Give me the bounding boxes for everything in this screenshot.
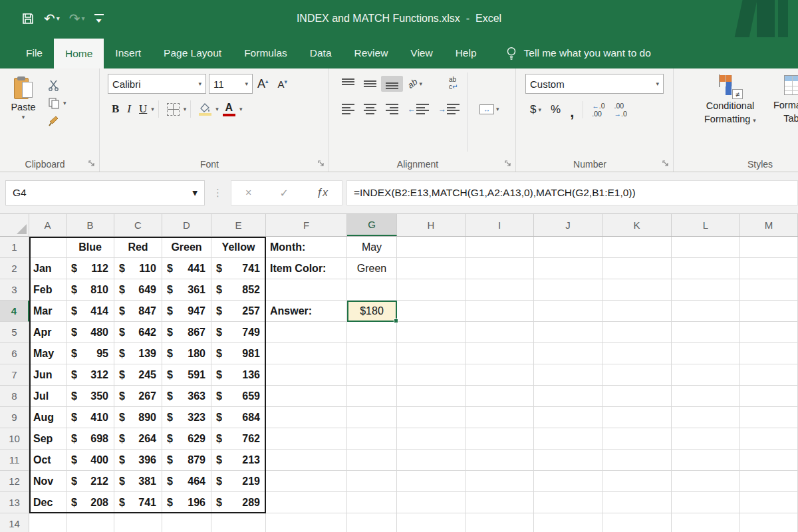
cell-F5[interactable] (266, 322, 347, 343)
paste-dropdown[interactable]: ▾ (22, 114, 25, 120)
cell-J4[interactable] (534, 301, 602, 322)
cell-C5[interactable]: $642 (114, 322, 162, 343)
cell-K7[interactable] (602, 364, 672, 386)
cell-G14[interactable] (347, 513, 397, 532)
borders-button[interactable] (163, 103, 184, 116)
accounting-format-button[interactable]: $▾ (525, 103, 546, 116)
cell-G13[interactable] (347, 492, 397, 513)
cell-J9[interactable] (534, 407, 602, 428)
column-header-I[interactable]: I (466, 214, 534, 236)
cell-D11[interactable]: $879 (162, 450, 211, 471)
cell-L4[interactable] (672, 301, 740, 322)
cell-G5[interactable] (347, 322, 397, 343)
enter-button[interactable]: ✓ (280, 187, 289, 200)
cell-J6[interactable] (534, 343, 602, 364)
cell-C13[interactable]: $741 (114, 492, 162, 513)
tab-home[interactable]: Home (54, 39, 104, 68)
name-box-dropdown[interactable]: ▾ (192, 187, 198, 199)
cell-E5[interactable]: $749 (211, 322, 266, 343)
cell-L12[interactable] (672, 471, 740, 492)
cell-C8[interactable]: $267 (114, 386, 162, 407)
cell-L10[interactable] (672, 428, 740, 450)
cell-K13[interactable] (602, 492, 672, 513)
format-as-table-button[interactable]: Format asTable (773, 74, 798, 154)
cell-M3[interactable] (740, 279, 798, 301)
paste-button[interactable]: Paste ▾ (4, 74, 43, 154)
cell-A14[interactable] (29, 513, 66, 532)
cell-H10[interactable] (397, 428, 466, 450)
tell-me-box[interactable]: Tell me what you want to do (488, 37, 651, 68)
cell-D14[interactable] (162, 513, 211, 532)
cell-F2[interactable]: Item Color: (266, 258, 347, 279)
select-all-corner[interactable] (0, 214, 29, 236)
number-dialog-launcher[interactable] (662, 160, 670, 168)
row-header-1[interactable]: 1 (0, 237, 29, 258)
tab-data[interactable]: Data (299, 37, 343, 68)
cell-L8[interactable] (672, 386, 740, 407)
conditional-formatting-button[interactable]: ≠ ConditionalFormatting ▾ (704, 74, 756, 154)
row-header-2[interactable]: 2 (0, 258, 29, 279)
cell-F1[interactable]: Month: (266, 237, 347, 258)
column-header-K[interactable]: K (602, 214, 672, 236)
column-header-F[interactable]: F (266, 214, 347, 236)
cell-C9[interactable]: $890 (114, 407, 162, 428)
cell-K8[interactable] (602, 386, 672, 407)
cell-L3[interactable] (672, 279, 740, 301)
underline-button[interactable]: U (135, 102, 151, 116)
cell-K12[interactable] (602, 471, 672, 492)
cell-F4[interactable]: Answer: (266, 301, 347, 322)
cell-F6[interactable] (266, 343, 347, 364)
row-header-13[interactable]: 13 (0, 492, 29, 513)
cell-A9[interactable]: Aug (29, 407, 66, 428)
cell-M10[interactable] (740, 428, 798, 450)
increase-font-size-button[interactable]: A▴ (253, 77, 273, 91)
cell-K10[interactable] (602, 428, 672, 450)
cut-button[interactable] (48, 79, 66, 91)
row-header-11[interactable]: 11 (0, 450, 29, 471)
cell-H13[interactable] (397, 492, 466, 513)
cell-C4[interactable]: $847 (114, 301, 162, 322)
cell-G3[interactable] (347, 279, 397, 301)
cell-A4[interactable]: Mar (29, 301, 66, 322)
row-header-3[interactable]: 3 (0, 279, 29, 301)
cell-M7[interactable] (740, 364, 798, 386)
cell-E13[interactable]: $289 (211, 492, 266, 513)
cell-H14[interactable] (397, 513, 466, 532)
cell-I1[interactable] (466, 237, 534, 258)
font-size-select[interactable]: 11▾ (209, 74, 253, 94)
cell-K9[interactable] (602, 407, 672, 428)
cell-D12[interactable]: $464 (162, 471, 211, 492)
column-header-A[interactable]: A (29, 214, 66, 236)
cell-L2[interactable] (672, 258, 740, 279)
cell-E11[interactable]: $213 (211, 450, 266, 471)
cell-M9[interactable] (740, 407, 798, 428)
cell-A1[interactable] (29, 237, 66, 258)
row-header-9[interactable]: 9 (0, 407, 29, 428)
cell-C12[interactable]: $381 (114, 471, 162, 492)
cell-F10[interactable] (266, 428, 347, 450)
cell-D3[interactable]: $361 (162, 279, 211, 301)
cell-K11[interactable] (602, 450, 672, 471)
cell-J12[interactable] (534, 471, 602, 492)
cell-M1[interactable] (740, 237, 798, 258)
cell-K3[interactable] (602, 279, 672, 301)
column-header-H[interactable]: H (397, 214, 466, 236)
cell-D2[interactable]: $441 (162, 258, 211, 279)
fill-color-button[interactable] (195, 103, 215, 116)
cell-C7[interactable]: $245 (114, 364, 162, 386)
cell-H5[interactable] (397, 322, 466, 343)
font-name-select[interactable]: Calibri▾ (108, 74, 206, 94)
cell-B6[interactable]: $95 (66, 343, 114, 364)
cell-L1[interactable] (672, 237, 740, 258)
cell-A13[interactable]: Dec (29, 492, 66, 513)
cell-C1[interactable]: Red (114, 237, 162, 258)
tab-review[interactable]: Review (343, 37, 400, 68)
orientation-button[interactable]: ab▾ (403, 76, 427, 91)
cell-J8[interactable] (534, 386, 602, 407)
cell-B9[interactable]: $410 (66, 407, 114, 428)
number-format-select[interactable]: Custom▾ (525, 74, 664, 94)
cell-M12[interactable] (740, 471, 798, 492)
alignment-dialog-launcher[interactable] (504, 160, 512, 168)
cell-D4[interactable]: $947 (162, 301, 211, 322)
customize-qat-button[interactable]: ▾ (94, 14, 104, 24)
